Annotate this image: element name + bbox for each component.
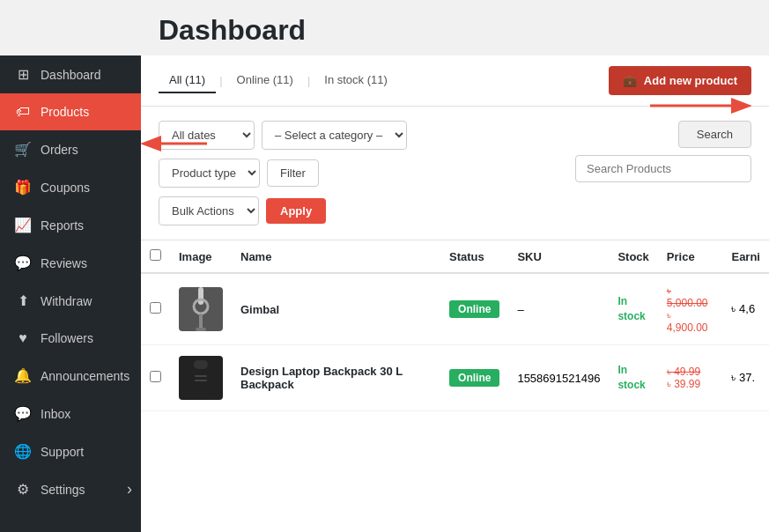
tabs-bar: All (11)|Online (11)|In stock (11) 💼 Add… — [141, 55, 769, 107]
svg-rect-0 — [198, 287, 203, 305]
product-image-backpack — [179, 356, 223, 400]
col-stock: Stock — [609, 240, 657, 274]
sku-gimbal: – — [508, 273, 609, 345]
col-sku: SKU — [508, 240, 609, 274]
col-status: Status — [440, 240, 508, 274]
reports-icon: 📈 — [14, 217, 32, 233]
sidebar-item-reports[interactable]: 📈 Reports — [0, 206, 141, 244]
filter-row-2: Product typeSimpleVariableGrouped Filter — [159, 159, 407, 188]
search-button[interactable]: Search — [678, 121, 751, 148]
sidebar-item-orders[interactable]: 🛒 Orders — [0, 130, 141, 168]
support-icon: 🌐 — [14, 443, 32, 460]
filter-button[interactable]: Filter — [267, 159, 319, 187]
tab-divider: | — [219, 74, 222, 87]
sidebar-label-withdraw: Withdraw — [41, 294, 92, 308]
status-badge-gimbal: Online — [449, 300, 499, 318]
sidebar-label-orders: Orders — [41, 143, 78, 157]
stock-gimbal: Instock — [617, 295, 645, 322]
price-new-backpack: ৳ 39.99 — [667, 378, 714, 390]
sidebar-label-products: Products — [41, 105, 89, 119]
sidebar-item-coupons[interactable]: 🎁 Coupons — [0, 168, 141, 206]
dashboard-icon: ⊞ — [14, 66, 32, 83]
price-old-gimbal: ৳ 5,000.00 — [667, 284, 714, 309]
sidebar-label-reports: Reports — [41, 218, 84, 233]
main-content: All (11)|Online (11)|In stock (11) 💼 Add… — [141, 55, 769, 532]
col-name: Name — [232, 240, 440, 274]
sku-backpack: 1558691521496 — [508, 345, 609, 411]
sidebar-label-announcements: Announcements — [41, 369, 129, 383]
briefcase-icon: 💼 — [623, 74, 637, 87]
search-input[interactable] — [575, 155, 751, 182]
product-name-backpack: Design Laptop Backpack 30 L Backpack — [240, 365, 403, 391]
sidebar-item-withdraw[interactable]: ⬆ Withdraw — [0, 282, 141, 320]
stock-backpack: Instock — [617, 364, 645, 391]
filter-row-3: Bulk ActionsDelete Apply — [159, 196, 407, 225]
table-row: Design Laptop Backpack 30 L Backpack Onl… — [141, 345, 769, 411]
product-name-gimbal: Gimbal — [240, 303, 279, 316]
tab-divider: | — [307, 74, 310, 87]
orders-icon: 🛒 — [14, 141, 32, 158]
filter-row-1: All datesLast 7 daysLast monthLast year … — [159, 121, 407, 150]
row-checkbox-gimbal[interactable] — [150, 302, 161, 314]
followers-icon: ♥ — [14, 330, 32, 346]
svg-rect-5 — [194, 360, 208, 369]
bulk-actions-select[interactable]: Bulk ActionsDelete — [159, 196, 259, 225]
coupons-icon: 🎁 — [14, 179, 32, 196]
sidebar-item-followers[interactable]: ♥ Followers — [0, 320, 141, 357]
sidebar-label-dashboard: Dashboard — [41, 68, 101, 82]
row-checkbox-backpack[interactable] — [150, 371, 161, 382]
product-type-select[interactable]: Product typeSimpleVariableGrouped — [159, 159, 260, 188]
sidebar-label-support: Support — [41, 445, 84, 459]
sidebar-label-followers: Followers — [41, 331, 93, 345]
withdraw-icon: ⬆ — [14, 292, 32, 309]
col-earning: Earni — [722, 240, 769, 274]
category-select[interactable]: – Select a category –ElectronicsClothing… — [262, 121, 407, 150]
filters-area: All datesLast 7 daysLast monthLast year … — [141, 107, 769, 240]
products-icon: 🏷 — [14, 104, 32, 120]
page-title: Dashboard — [0, 0, 769, 55]
sidebar-item-reviews[interactable]: 💬 Reviews — [0, 244, 141, 282]
sidebar-label-reviews: Reviews — [41, 256, 87, 270]
filter-right: Search — [575, 121, 751, 182]
svg-rect-6 — [195, 375, 207, 377]
tab-all[interactable]: All (11) — [159, 68, 216, 93]
sidebar-label-settings: Settings — [41, 483, 85, 497]
add-product-label: Add new product — [644, 74, 737, 87]
earning-backpack: ৳ 37. — [722, 345, 769, 411]
status-badge-backpack: Online — [449, 369, 499, 387]
select-all-checkbox[interactable] — [150, 249, 161, 261]
svg-rect-3 — [196, 328, 206, 331]
sidebar-item-dashboard[interactable]: ⊞ Dashboard — [0, 55, 141, 93]
filter-left: All datesLast 7 daysLast monthLast year … — [159, 121, 407, 225]
col-image: Image — [170, 240, 232, 274]
reviews-icon: 💬 — [14, 255, 32, 271]
tabs-list: All (11)|Online (11)|In stock (11) — [159, 68, 398, 93]
sidebar-item-support[interactable]: 🌐 Support — [0, 432, 141, 470]
price-old-backpack: ৳ 49.99 — [667, 366, 714, 378]
earning-gimbal: ৳ 4,6 — [722, 273, 769, 345]
sidebar-label-inbox: Inbox — [41, 407, 70, 421]
apply-button[interactable]: Apply — [266, 198, 326, 224]
tab-instock[interactable]: In stock (11) — [314, 68, 398, 93]
announcements-icon: 🔔 — [14, 367, 32, 384]
svg-rect-2 — [199, 314, 203, 329]
col-price: Price — [658, 240, 723, 274]
svg-rect-7 — [195, 380, 207, 381]
sidebar-label-coupons: Coupons — [41, 181, 90, 195]
add-product-button[interactable]: 💼 Add new product — [609, 66, 751, 95]
date-select[interactable]: All datesLast 7 daysLast monthLast year — [159, 121, 255, 150]
product-image-gimbal — [179, 287, 223, 331]
price-new-gimbal: ৳ 4,900.00 — [667, 309, 714, 334]
sidebar-item-announcements[interactable]: 🔔 Announcements — [0, 357, 141, 395]
product-table: Image Name Status SKU Stock Price Earni … — [141, 240, 769, 411]
table-row: Gimbal Online – Instock ৳ 5,000.00 ৳ 4,9… — [141, 273, 769, 345]
sidebar: ⊞ Dashboard 🏷 Products 🛒 Orders 🎁 Coupon… — [0, 55, 141, 532]
inbox-icon: 💬 — [14, 405, 32, 422]
sidebar-item-settings[interactable]: ⚙ Settings — [0, 470, 141, 508]
tab-online[interactable]: Online (11) — [226, 68, 304, 93]
sidebar-item-products[interactable]: 🏷 Products — [0, 93, 141, 130]
sidebar-item-inbox[interactable]: 💬 Inbox — [0, 395, 141, 432]
settings-icon: ⚙ — [14, 481, 32, 498]
